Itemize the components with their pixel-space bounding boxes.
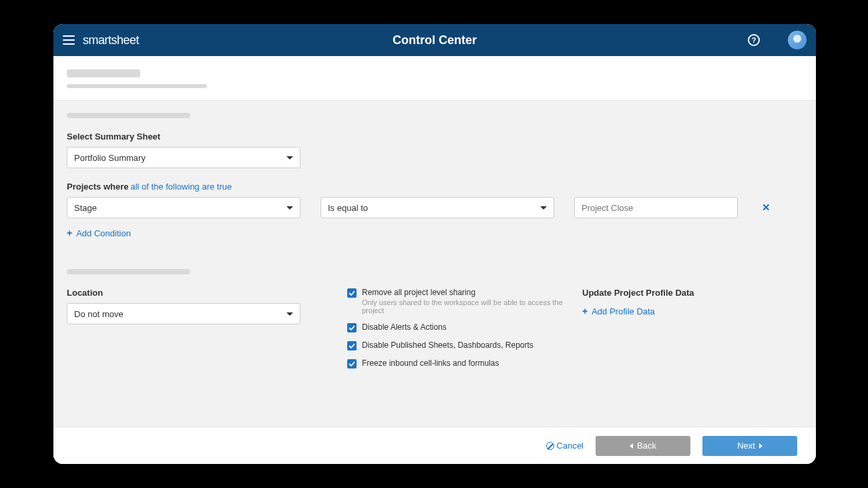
brand-logo: smartsheet: [83, 33, 139, 47]
page-title: Control Center: [53, 33, 816, 47]
add-profile-data-button[interactable]: + Add Profile Data: [582, 306, 655, 316]
condition-operator-value: Is equal to: [328, 203, 368, 213]
back-button[interactable]: Back: [596, 436, 690, 456]
chevron-down-icon: [540, 206, 547, 210]
checkbox-remove-sharing[interactable]: Remove all project level sharing Only us…: [347, 288, 569, 314]
location-label: Location: [67, 288, 300, 298]
checkbox-icon: [347, 323, 357, 332]
checkbox-label: Disable Alerts & Actions: [362, 322, 447, 332]
next-label: Next: [737, 441, 755, 451]
checkbox-disable-alerts[interactable]: Disable Alerts & Actions: [347, 322, 569, 332]
update-profile-label: Update Project Profile Data: [582, 288, 803, 298]
checkbox-icon: [347, 341, 357, 350]
checkbox-icon: [347, 288, 357, 298]
add-condition-label: Add Condition: [76, 228, 131, 238]
chevron-down-icon: [286, 206, 293, 210]
chevron-left-icon: [630, 443, 633, 449]
condition-field-select[interactable]: Stage: [67, 197, 300, 218]
location-select[interactable]: Do not move: [67, 303, 300, 324]
chevron-down-icon: [286, 312, 293, 316]
cancel-icon: [546, 442, 554, 450]
add-profile-label: Add Profile Data: [592, 306, 655, 316]
condition-value-input[interactable]: [574, 197, 738, 218]
skeleton-section-heading: [67, 113, 190, 118]
checkbox-sublabel: Only users shared to the workspace will …: [362, 298, 569, 314]
topbar: smartsheet Control Center ?: [53, 24, 816, 56]
checkbox-label: Disable Published Sheets, Dashboards, Re…: [362, 340, 533, 350]
skeleton-title: [67, 69, 140, 77]
summary-sheet-label: Select Summary Sheet: [67, 132, 803, 142]
skeleton-section-heading-2: [67, 269, 190, 274]
next-button[interactable]: Next: [702, 436, 797, 456]
app-window: smartsheet Control Center ? Select Summa…: [53, 24, 816, 464]
header-area: [53, 56, 816, 101]
location-value: Do not move: [74, 309, 124, 319]
content-area: Select Summary Sheet Portfolio Summary P…: [53, 101, 816, 427]
projects-where-link[interactable]: all of the following are true: [131, 182, 232, 192]
chevron-right-icon: [759, 443, 763, 449]
plus-icon: +: [67, 228, 72, 238]
condition-field-value: Stage: [74, 203, 97, 213]
menu-icon[interactable]: [63, 35, 75, 45]
condition-operator-select[interactable]: Is equal to: [320, 197, 554, 218]
checkbox-disable-published[interactable]: Disable Published Sheets, Dashboards, Re…: [347, 340, 569, 350]
avatar[interactable]: [788, 31, 807, 49]
cancel-button[interactable]: Cancel: [546, 441, 584, 451]
plus-icon: +: [582, 306, 588, 316]
summary-sheet-value: Portfolio Summary: [74, 153, 146, 163]
summary-sheet-select[interactable]: Portfolio Summary: [67, 147, 300, 168]
checkbox-icon: [347, 359, 357, 369]
checkbox-label: Remove all project level sharing: [362, 288, 569, 297]
projects-where-label: Projects where: [67, 182, 129, 192]
condition-row: Stage Is equal to ✕: [67, 197, 803, 218]
cancel-label: Cancel: [557, 441, 584, 451]
add-condition-button[interactable]: + Add Condition: [67, 228, 131, 238]
checkbox-label: Freeze inbound cell-links and formulas: [362, 358, 499, 368]
back-label: Back: [637, 441, 656, 451]
skeleton-subtitle: [67, 84, 207, 88]
chevron-down-icon: [286, 156, 293, 160]
help-icon[interactable]: ?: [748, 34, 760, 46]
checkbox-freeze-links[interactable]: Freeze inbound cell-links and formulas: [347, 358, 569, 369]
remove-condition-icon[interactable]: ✕: [762, 202, 771, 214]
footer: Cancel Back Next: [53, 427, 816, 464]
